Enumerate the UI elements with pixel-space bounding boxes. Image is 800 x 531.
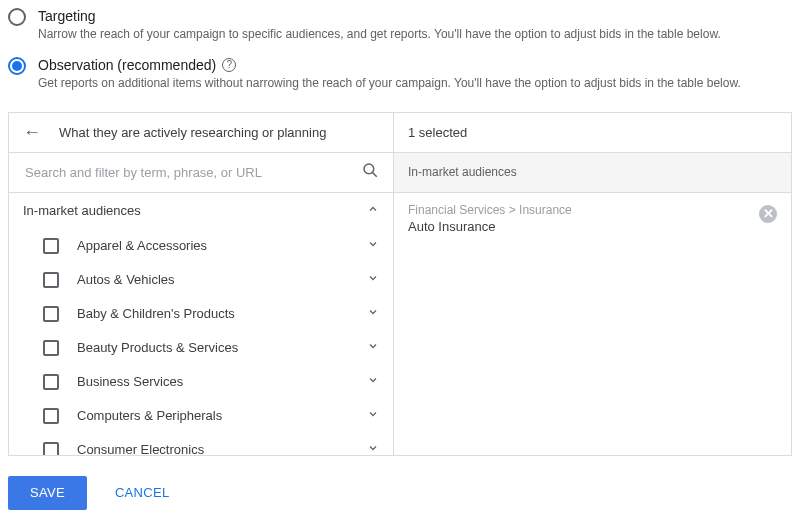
chevron-down-icon[interactable] bbox=[367, 238, 379, 253]
selected-group-header: In-market audiences bbox=[394, 153, 791, 193]
search-input[interactable] bbox=[23, 164, 361, 181]
option-targeting[interactable]: Targeting Narrow the reach of your campa… bbox=[8, 4, 792, 53]
chevron-down-icon[interactable] bbox=[367, 306, 379, 321]
chevron-down-icon[interactable] bbox=[367, 340, 379, 355]
category-row[interactable]: Autos & Vehicles bbox=[9, 263, 393, 297]
svg-point-0 bbox=[364, 164, 374, 174]
chevron-down-icon[interactable] bbox=[367, 408, 379, 423]
targeting-desc: Narrow the reach of your campaign to spe… bbox=[38, 26, 721, 43]
search-icon[interactable] bbox=[361, 161, 379, 184]
selected-header: 1 selected bbox=[394, 113, 791, 153]
checkbox[interactable] bbox=[43, 442, 59, 455]
option-observation[interactable]: Observation (recommended) ? Get reports … bbox=[8, 53, 792, 102]
chevron-down-icon[interactable] bbox=[367, 442, 379, 455]
selected-crumb: Financial Services > Insurance bbox=[408, 203, 759, 217]
category-list[interactable]: Apparel & Accessories Autos & Vehicles B… bbox=[9, 229, 393, 455]
category-label: Computers & Peripherals bbox=[77, 408, 367, 423]
targeting-title: Targeting bbox=[38, 8, 721, 24]
search-row bbox=[9, 153, 393, 193]
observation-desc: Get reports on additional items without … bbox=[38, 75, 741, 92]
category-label: Apparel & Accessories bbox=[77, 238, 367, 253]
audience-panel: ← What they are actively researching or … bbox=[8, 112, 792, 456]
checkbox[interactable] bbox=[43, 238, 59, 254]
section-inmarket[interactable]: In-market audiences bbox=[9, 193, 393, 229]
category-row[interactable]: Business Services bbox=[9, 365, 393, 399]
checkbox[interactable] bbox=[43, 340, 59, 356]
category-row[interactable]: Apparel & Accessories bbox=[9, 229, 393, 263]
remove-icon[interactable]: ✕ bbox=[759, 205, 777, 223]
chevron-down-icon[interactable] bbox=[367, 374, 379, 389]
category-label: Autos & Vehicles bbox=[77, 272, 367, 287]
targeting-options: Targeting Narrow the reach of your campa… bbox=[0, 0, 800, 112]
category-row[interactable]: Beauty Products & Services bbox=[9, 331, 393, 365]
chevron-up-icon[interactable] bbox=[367, 203, 379, 218]
selected-name: Auto Insurance bbox=[408, 219, 759, 234]
selected-group-label: In-market audiences bbox=[408, 165, 517, 179]
category-label: Beauty Products & Services bbox=[77, 340, 367, 355]
selected-count: 1 selected bbox=[408, 125, 467, 140]
help-icon[interactable]: ? bbox=[222, 58, 236, 72]
browse-header: ← What they are actively researching or … bbox=[9, 113, 393, 153]
checkbox[interactable] bbox=[43, 272, 59, 288]
observation-title: Observation (recommended) bbox=[38, 57, 216, 73]
category-label: Baby & Children's Products bbox=[77, 306, 367, 321]
back-arrow-icon[interactable]: ← bbox=[23, 123, 41, 141]
footer-actions: SAVE CANCEL bbox=[0, 456, 800, 530]
checkbox[interactable] bbox=[43, 408, 59, 424]
category-row[interactable]: Consumer Electronics bbox=[9, 433, 393, 455]
category-label: Business Services bbox=[77, 374, 367, 389]
checkbox[interactable] bbox=[43, 306, 59, 322]
cancel-button[interactable]: CANCEL bbox=[109, 484, 176, 501]
category-label: Consumer Electronics bbox=[77, 442, 367, 455]
selected-column: 1 selected In-market audiences Financial… bbox=[394, 113, 791, 455]
save-button[interactable]: SAVE bbox=[8, 476, 87, 510]
browse-breadcrumb: What they are actively researching or pl… bbox=[59, 125, 326, 140]
category-row[interactable]: Computers & Peripherals bbox=[9, 399, 393, 433]
selected-item: Financial Services > Insurance Auto Insu… bbox=[394, 193, 791, 244]
chevron-down-icon[interactable] bbox=[367, 272, 379, 287]
browse-column: ← What they are actively researching or … bbox=[9, 113, 394, 455]
checkbox[interactable] bbox=[43, 374, 59, 390]
radio-observation[interactable] bbox=[8, 57, 26, 75]
svg-line-1 bbox=[373, 172, 377, 176]
section-title: In-market audiences bbox=[23, 203, 141, 218]
category-row[interactable]: Baby & Children's Products bbox=[9, 297, 393, 331]
radio-targeting[interactable] bbox=[8, 8, 26, 26]
